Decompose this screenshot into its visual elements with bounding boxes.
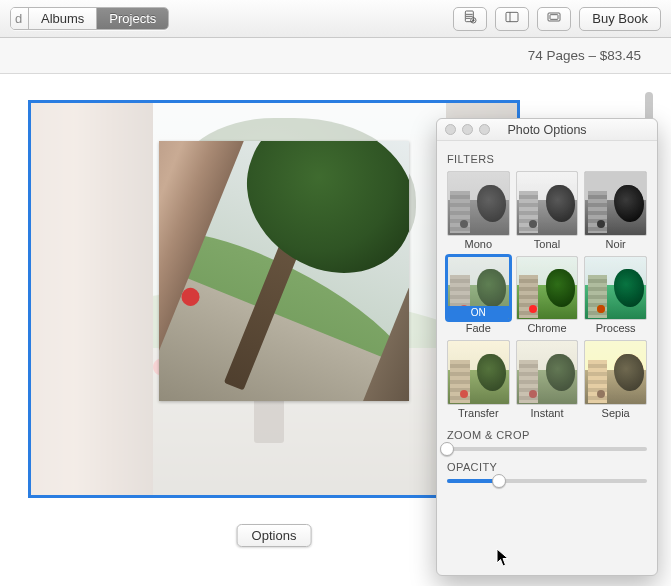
- filter-transfer[interactable]: Transfer: [447, 340, 510, 419]
- filter-thumb-instant[interactable]: [516, 340, 579, 405]
- svg-rect-4: [550, 14, 558, 19]
- filter-label-fade: Fade: [447, 322, 510, 334]
- spread-icon: [546, 9, 562, 29]
- zoom-slider-knob[interactable]: [440, 442, 454, 456]
- filter-chrome[interactable]: Chrome: [516, 256, 579, 335]
- page-photo[interactable]: [159, 141, 409, 401]
- filter-label-process: Process: [584, 322, 647, 334]
- filter-thumb-noir[interactable]: [584, 171, 647, 236]
- filter-label-transfer: Transfer: [447, 407, 510, 419]
- filter-label-sepia: Sepia: [584, 407, 647, 419]
- tab-projects[interactable]: Projects: [97, 8, 168, 29]
- panel-title: Photo Options: [437, 123, 657, 137]
- buy-book-button[interactable]: Buy Book: [579, 7, 661, 31]
- spread-button[interactable]: [537, 7, 571, 31]
- filter-label-tonal: Tonal: [516, 238, 579, 250]
- filter-label-mono: Mono: [447, 238, 510, 250]
- filters-heading: FILTERS: [447, 153, 647, 165]
- filter-tonal[interactable]: Tonal: [516, 171, 579, 250]
- filter-sepia[interactable]: Sepia: [584, 340, 647, 419]
- zoom-crop-heading: ZOOM & CROP: [447, 429, 647, 441]
- page-count-price: 74 Pages – $83.45: [528, 48, 641, 63]
- options-button[interactable]: Options: [237, 524, 312, 547]
- filter-on-badge: ON: [448, 306, 509, 319]
- filter-thumb-fade[interactable]: ON: [447, 256, 510, 321]
- page-plus-icon: [462, 9, 478, 29]
- toolbar: d Albums Projects Buy Book: [0, 0, 671, 38]
- filter-instant[interactable]: Instant: [516, 340, 579, 419]
- add-page-button[interactable]: [453, 7, 487, 31]
- svg-rect-2: [506, 12, 518, 21]
- filter-fade[interactable]: ONFade: [447, 256, 510, 335]
- tab-albums[interactable]: Albums: [29, 8, 97, 29]
- filter-label-noir: Noir: [584, 238, 647, 250]
- filter-label-chrome: Chrome: [516, 322, 579, 334]
- filter-label-instant: Instant: [516, 407, 579, 419]
- filter-thumb-chrome[interactable]: [516, 256, 579, 321]
- filter-noir[interactable]: Noir: [584, 171, 647, 250]
- filter-thumb-tonal[interactable]: [516, 171, 579, 236]
- sidebar-layout-icon: [504, 9, 520, 29]
- toolbar-button-group: Buy Book: [453, 7, 661, 31]
- zoom-slider[interactable]: [447, 447, 647, 451]
- layout-button[interactable]: [495, 7, 529, 31]
- filter-thumb-transfer[interactable]: [447, 340, 510, 405]
- panel-titlebar[interactable]: Photo Options: [437, 119, 657, 141]
- filter-grid: MonoTonalNoirONFadeChromeProcessTransfer…: [447, 171, 647, 419]
- filter-thumb-process[interactable]: [584, 256, 647, 321]
- segment-leading-overflow[interactable]: d: [11, 8, 29, 29]
- opacity-slider[interactable]: [447, 479, 647, 483]
- filter-mono[interactable]: Mono: [447, 171, 510, 250]
- opacity-slider-knob[interactable]: [492, 474, 506, 488]
- info-bar: 74 Pages – $83.45: [0, 38, 671, 74]
- filter-thumb-mono[interactable]: [447, 171, 510, 236]
- opacity-heading: OPACITY: [447, 461, 647, 473]
- view-segmented-control: d Albums Projects: [10, 7, 169, 30]
- filter-process[interactable]: Process: [584, 256, 647, 335]
- photo-options-panel: Photo Options FILTERS MonoTonalNoirONFad…: [436, 118, 658, 576]
- filter-thumb-sepia[interactable]: [584, 340, 647, 405]
